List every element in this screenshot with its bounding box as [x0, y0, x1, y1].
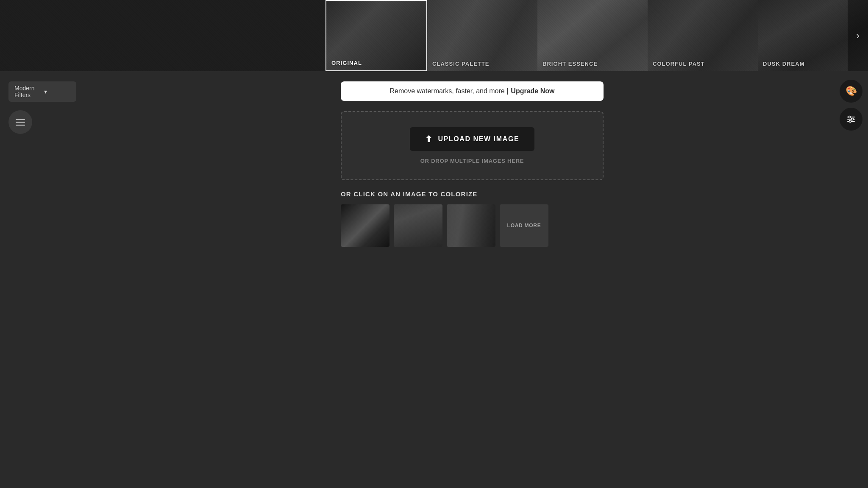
filter-item-colorful-past[interactable]: COLORFUL PAST — [648, 0, 758, 71]
sample-image-3[interactable] — [447, 204, 495, 247]
sample-section-title: OR CLICK ON AN IMAGE TO COLORIZE — [341, 190, 604, 198]
menu-line-2 — [16, 122, 25, 123]
upload-button-label: UPLOAD NEW IMAGE — [438, 135, 519, 143]
svg-point-3 — [851, 118, 854, 120]
filter-label-colorful-past: COLORFUL PAST — [653, 61, 705, 67]
filter-dropdown[interactable]: Modern Filters ▾ — [8, 81, 76, 102]
sliders-icon — [846, 114, 856, 124]
upgrade-banner: Remove watermarks, faster, and more | Up… — [341, 81, 604, 101]
right-sidebar: 🎨 — [834, 71, 868, 488]
filter-label-bright-essence: BRIGHT ESSENCE — [542, 61, 598, 67]
upgrade-banner-text: Remove watermarks, faster, and more | — [390, 87, 509, 95]
palette-button[interactable]: 🎨 — [840, 80, 862, 103]
filter-label-original: ORIGINAL — [331, 60, 362, 66]
menu-button[interactable] — [8, 110, 32, 134]
center-content: Remove watermarks, faster, and more | Up… — [110, 71, 834, 488]
upload-icon: ⬆ — [425, 134, 433, 144]
upgrade-now-link[interactable]: Upgrade Now — [511, 87, 554, 95]
dropdown-arrow-icon: ▾ — [44, 88, 70, 95]
filter-item-bright-essence[interactable]: BRIGHT ESSENCE — [537, 0, 648, 71]
sliders-button[interactable] — [840, 108, 862, 131]
upload-button[interactable]: ⬆ UPLOAD NEW IMAGE — [410, 127, 534, 151]
palette-icon: 🎨 — [846, 86, 857, 97]
menu-line-1 — [16, 119, 25, 120]
menu-line-3 — [16, 125, 25, 125]
svg-point-5 — [849, 120, 851, 123]
chevron-right-icon: › — [856, 30, 860, 42]
sample-images-grid: LOAD MORE — [341, 204, 604, 247]
filter-strip: ORIGINAL CLASSIC PALETTE BRIGHT ESSENCE … — [0, 0, 868, 71]
filter-dropdown-label: Modern Filters — [14, 85, 41, 98]
filter-item-original[interactable]: ORIGINAL — [326, 0, 427, 71]
load-more-label: LOAD MORE — [507, 222, 541, 229]
chevron-right-button[interactable]: › — [848, 0, 868, 71]
svg-point-1 — [849, 116, 851, 118]
filter-item-classic-palette[interactable]: CLASSIC PALETTE — [427, 0, 537, 71]
drop-text: OR DROP MULTIPLE IMAGES HERE — [420, 158, 524, 164]
filter-label-classic-palette: CLASSIC PALETTE — [432, 61, 490, 67]
load-more-button[interactable]: LOAD MORE — [500, 204, 548, 247]
upload-zone[interactable]: ⬆ UPLOAD NEW IMAGE OR DROP MULTIPLE IMAG… — [341, 111, 604, 180]
filter-item-partial[interactable] — [0, 0, 326, 71]
filter-label-dusk-dream: DUSK DREAM — [763, 61, 805, 67]
sample-image-2[interactable] — [394, 204, 442, 247]
left-sidebar: Modern Filters ▾ — [0, 71, 110, 488]
sample-section: OR CLICK ON AN IMAGE TO COLORIZE LOAD MO… — [341, 190, 604, 247]
main-area: Modern Filters ▾ Remove watermarks, fast… — [0, 71, 868, 488]
sample-image-1[interactable] — [341, 204, 389, 247]
